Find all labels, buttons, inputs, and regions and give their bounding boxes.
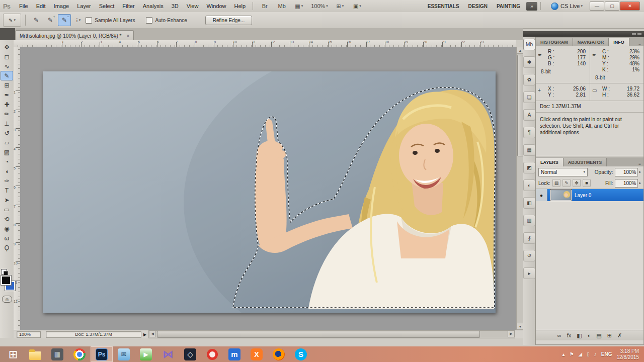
lock-position-button[interactable]: ✥: [573, 179, 581, 187]
panel-menu-icon[interactable]: ≡: [638, 162, 641, 166]
add-layer-mask-button[interactable]: ◧: [577, 332, 582, 339]
document-tab[interactable]: Mrthsolation.jpg @ 100% (Layer 0, RGB/8#…: [15, 30, 134, 41]
language-indicator[interactable]: ENG: [601, 351, 612, 357]
tab-adjustments[interactable]: ADJUSTMENTS: [564, 158, 607, 166]
volume-icon[interactable]: ♪: [594, 351, 597, 357]
workspace-essentials[interactable]: ESSENTIALS: [428, 4, 459, 9]
taskbar-explorer-button[interactable]: [24, 346, 46, 362]
cs-live-button[interactable]: CS Live ▾: [551, 3, 583, 10]
link-layers-button[interactable]: ∞: [557, 332, 561, 338]
fill-spinner-icon[interactable]: ▸: [639, 181, 641, 185]
layer-row[interactable]: ● Layer 0: [536, 189, 643, 201]
taskbar-cube-app-button[interactable]: ◇: [179, 346, 201, 362]
status-menu-arrow[interactable]: ▶: [143, 332, 146, 337]
canvas-area[interactable]: [20, 47, 516, 330]
taskbar-kmplayer-button[interactable]: ⋈: [157, 346, 179, 362]
screen-mode-button[interactable]: ▣▾: [350, 1, 364, 11]
launch-mini-bridge-button[interactable]: Mb: [275, 1, 289, 11]
clone-source-panel-icon[interactable]: ❏: [523, 92, 535, 103]
paragraph-panel-icon[interactable]: ¶: [523, 127, 535, 138]
mini-bridge-panel-icon[interactable]: Mb: [523, 39, 535, 50]
layer-thumbnail[interactable]: [550, 190, 572, 201]
menu-window[interactable]: Window: [202, 2, 230, 11]
taskbar-skype-button[interactable]: S: [290, 346, 312, 362]
3d-object-rotate-tool[interactable]: ⟲: [1, 214, 13, 224]
checkbox-sample-all-layers[interactable]: Sample All Layers: [86, 17, 135, 24]
panel-menu-icon[interactable]: ≡: [638, 42, 641, 46]
restore-button[interactable]: ▢: [605, 2, 619, 11]
fill-field[interactable]: 100%: [615, 179, 638, 188]
lock-image-pixels-button[interactable]: ✎: [562, 179, 571, 187]
blend-mode-select[interactable]: Normal▾: [538, 168, 588, 176]
view-extras-button[interactable]: ▦▾: [292, 1, 306, 11]
panel-dock-header[interactable]: [523, 31, 644, 37]
quick-selection-tool[interactable]: ✎: [1, 71, 13, 80]
crop-tool[interactable]: ⊞: [1, 80, 13, 90]
checkbox-box[interactable]: [146, 17, 152, 24]
new-adjustment-layer-button[interactable]: ◐: [588, 332, 591, 338]
menu-view[interactable]: View: [183, 2, 203, 11]
menu-file[interactable]: File: [15, 2, 32, 11]
lock-transparent-pixels-button[interactable]: ▨: [552, 179, 560, 187]
launch-bridge-button[interactable]: Br: [258, 1, 272, 11]
scroll-down-icon[interactable]: ▼: [517, 323, 524, 330]
adjustments-panel-icon[interactable]: ◐: [523, 179, 535, 191]
zoom-tool[interactable]: Ϙ: [1, 243, 13, 252]
visibility-toggle[interactable]: ●: [536, 189, 547, 201]
channels-panel-icon[interactable]: ▥: [523, 215, 535, 226]
brushes-panel-icon[interactable]: ✿: [523, 74, 535, 85]
refine-edge-button[interactable]: Refine Edge...: [205, 16, 252, 25]
arrange-documents-button[interactable]: ⊞▾: [333, 1, 347, 11]
add-to-selection-button[interactable]: ✎+: [44, 14, 57, 26]
close-button[interactable]: ✕: [620, 2, 640, 11]
new-layer-button[interactable]: ⊞: [607, 332, 612, 339]
menu-help[interactable]: Help: [230, 2, 250, 11]
clone-stamp-tool[interactable]: ⊥: [1, 119, 13, 128]
opacity-spinner-icon[interactable]: ▸: [639, 170, 641, 174]
blur-tool[interactable]: ◔: [1, 157, 13, 166]
delete-layer-button[interactable]: ✗: [617, 332, 622, 339]
workspace-painting[interactable]: PAINTING: [497, 4, 520, 9]
scroll-up-icon[interactable]: ▲: [517, 47, 524, 54]
history-panel-icon[interactable]: ↺: [523, 250, 535, 261]
subtract-from-selection-button[interactable]: ✎−: [58, 14, 71, 26]
taskbar-firefox-button[interactable]: [268, 346, 290, 362]
vertical-scrollbar[interactable]: ▲ ▼: [516, 47, 524, 330]
brush-picker[interactable]: ⁝ ▾: [76, 17, 80, 24]
lock-all-button[interactable]: ■: [583, 179, 591, 187]
tab-info[interactable]: INFO: [609, 38, 629, 46]
document-image[interactable]: [43, 71, 496, 313]
taskbar-mail-app-button[interactable]: ✉: [113, 346, 135, 362]
hand-tool[interactable]: ω: [1, 233, 13, 243]
workspace-overflow-button[interactable]: »: [526, 2, 537, 11]
pen-tool[interactable]: ✑: [1, 176, 13, 186]
checkbox-box[interactable]: [86, 17, 92, 24]
layer-style-button[interactable]: fx: [567, 332, 572, 338]
swatches-panel-icon[interactable]: ▦: [523, 144, 535, 156]
tab-histogram[interactable]: HISTOGRAM: [536, 38, 573, 46]
menu-3d[interactable]: 3D: [168, 2, 183, 11]
3d-camera-rotate-tool[interactable]: ◉: [1, 224, 13, 233]
masks-panel-icon[interactable]: ◧: [523, 197, 535, 209]
menu-image[interactable]: Image: [50, 2, 73, 11]
quick-mask-button[interactable]: ◎: [2, 296, 12, 303]
taskbar-photoshop-button[interactable]: Ps: [91, 346, 113, 362]
tab-layers[interactable]: LAYERS: [536, 158, 564, 166]
close-tab-icon[interactable]: ×: [126, 33, 129, 39]
lasso-tool[interactable]: ∿: [1, 61, 13, 71]
taskbar-chrome-button[interactable]: [68, 346, 91, 362]
zoom-percent-field[interactable]: 100%: [17, 331, 41, 338]
paths-panel-icon[interactable]: ∮: [523, 232, 535, 244]
checkbox-auto-enhance[interactable]: Auto-Enhance: [146, 17, 187, 24]
dodge-tool[interactable]: ◖: [1, 166, 13, 176]
new-group-button[interactable]: ▤: [596, 332, 601, 339]
foreground-color-swatch[interactable]: [1, 276, 11, 285]
tool-presets-panel-icon[interactable]: ✱: [523, 56, 535, 68]
character-panel-icon[interactable]: A: [523, 109, 535, 121]
path-selection-tool[interactable]: ➤: [1, 195, 13, 205]
show-hidden-icons-icon[interactable]: ▴: [562, 351, 565, 357]
spot-healing-brush-tool[interactable]: ✚: [1, 100, 13, 109]
menu-analysis[interactable]: Analysis: [139, 2, 168, 11]
zoom-level-button[interactable]: 100%▾: [309, 1, 330, 11]
opacity-field[interactable]: 100%: [615, 168, 638, 176]
